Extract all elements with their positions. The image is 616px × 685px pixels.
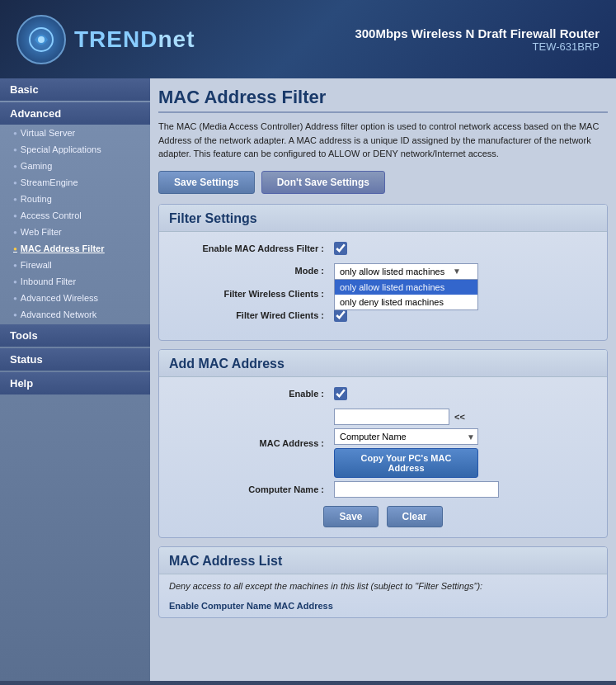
device-info: 300Mbps Wireless N Draft Firewall Router…	[355, 26, 600, 53]
mode-row: Mode : only allow listed machines ▼ only…	[169, 263, 597, 279]
mac-list-column-header: Enable Computer Name MAC Address	[159, 598, 607, 617]
filter-wireless-label: Filter Wireless Clients :	[169, 289, 334, 299]
sidebar: Basic Advanced ● Virtual Server ● Specia…	[0, 78, 150, 681]
enable-mac-filter-row: Enable MAC Address Filter :	[169, 242, 597, 255]
logo-icon	[16, 15, 66, 64]
footer: Copyright © 2006 TRENDnet. All Rights Re…	[0, 681, 616, 685]
brand-name: TRENDnet	[74, 26, 195, 53]
add-mac-enable-row: Enable :	[169, 387, 597, 400]
computer-name-select[interactable]: Computer Name	[334, 428, 478, 445]
page-description: The MAC (Media Access Controller) Addres…	[158, 120, 608, 161]
content-area: MAC Address Filter The MAC (Media Access…	[150, 78, 616, 681]
model-number: TEW-631BRP	[355, 40, 600, 53]
mac-arrow-label: <<	[454, 412, 465, 422]
mode-option-allow[interactable]: only allow listed machines	[335, 280, 477, 295]
add-mac-action-buttons: Save Clear	[169, 506, 597, 527]
top-button-row: Save Settings Don't Save Settings	[158, 171, 608, 194]
sidebar-item-routing[interactable]: ● Routing	[0, 191, 150, 207]
basic-header[interactable]: Basic	[0, 78, 150, 101]
filter-wired-row: Filter Wired Clients :	[169, 309, 597, 322]
filter-settings-title: Filter Settings	[159, 205, 607, 232]
filter-settings-panel: Filter Settings Enable MAC Address Filte…	[158, 204, 608, 341]
add-mac-enable-checkbox[interactable]	[334, 387, 347, 400]
mac-list-description: Deny access to all except the machines i…	[159, 574, 607, 598]
sidebar-item-advanced-wireless[interactable]: ● Advanced Wireless	[0, 290, 150, 306]
sidebar-item-virtual-server[interactable]: ● Virtual Server	[0, 125, 150, 141]
help-header[interactable]: Help	[0, 372, 150, 394]
filter-wired-checkbox[interactable]	[334, 309, 347, 322]
computer-name-row: Computer Name :	[169, 481, 597, 498]
add-mac-title: Add MAC Address	[159, 350, 607, 377]
computer-name-select-row: Computer Name ▼	[334, 428, 478, 445]
sidebar-item-gaming[interactable]: ● Gaming	[0, 158, 150, 174]
add-mac-clear-button[interactable]: Clear	[387, 506, 443, 527]
enable-mac-filter-checkbox[interactable]	[334, 242, 347, 255]
mac-list-panel: MAC Address List Deny access to all exce…	[158, 546, 608, 618]
mode-dropdown-list: only allow listed machines only deny lis…	[334, 279, 478, 310]
mac-address-input-row: MAC Address : << Computer Name ▼	[169, 409, 597, 478]
basic-section: Basic	[0, 78, 150, 101]
copy-mac-row: Copy Your PC's MAC Address	[334, 448, 478, 478]
mac-address-label: MAC Address :	[169, 438, 334, 448]
header: TRENDnet 300Mbps Wireless N Draft Firewa…	[0, 0, 616, 78]
sidebar-item-inbound-filter[interactable]: ● Inbound Filter	[0, 273, 150, 290]
status-section: Status	[0, 348, 150, 371]
page-title: MAC Address Filter	[158, 87, 608, 113]
mode-dropdown-selected[interactable]: only allow listed machines ▼	[334, 263, 478, 279]
save-settings-button[interactable]: Save Settings	[158, 171, 255, 194]
computer-name-select-wrapper: Computer Name ▼	[334, 428, 478, 445]
add-mac-body: Enable : MAC Address : << Compu	[159, 377, 607, 537]
status-header[interactable]: Status	[0, 348, 150, 371]
mac-address-controls: << Computer Name ▼ Copy Your PC's MA	[334, 409, 478, 478]
add-mac-panel: Add MAC Address Enable : MAC Address : <…	[158, 349, 608, 538]
mac-list-title: MAC Address List	[159, 547, 607, 574]
logo-area: TRENDnet	[16, 15, 195, 64]
svg-point-1	[38, 36, 45, 43]
filter-settings-body: Enable MAC Address Filter : Mode : only …	[159, 232, 607, 340]
copy-mac-button[interactable]: Copy Your PC's MAC Address	[334, 448, 478, 478]
sidebar-item-web-filter[interactable]: ● Web Filter	[0, 224, 150, 240]
advanced-header[interactable]: Advanced	[0, 102, 150, 125]
advanced-section: Advanced ● Virtual Server ● Special Appl…	[0, 102, 150, 323]
mode-dropdown[interactable]: only allow listed machines ▼ only allow …	[334, 263, 478, 279]
sidebar-item-streamengine[interactable]: ● StreamEngine	[0, 174, 150, 191]
add-mac-enable-label: Enable :	[169, 389, 334, 399]
add-mac-save-button[interactable]: Save	[323, 506, 378, 527]
mac-address-input[interactable]	[334, 409, 449, 425]
sidebar-item-mac-filter[interactable]: ● MAC Address Filter	[0, 240, 150, 257]
dont-save-button[interactable]: Don't Save Settings	[261, 171, 385, 194]
sidebar-item-access-control[interactable]: ● Access Control	[0, 207, 150, 224]
mode-label: Mode :	[169, 266, 334, 276]
tools-header[interactable]: Tools	[0, 324, 150, 347]
enable-mac-filter-label: Enable MAC Address Filter :	[169, 243, 334, 253]
mac-input-row: <<	[334, 409, 478, 425]
filter-wired-label: Filter Wired Clients :	[169, 310, 334, 320]
sidebar-item-special-apps[interactable]: ● Special Applications	[0, 141, 150, 158]
sidebar-item-advanced-network[interactable]: ● Advanced Network	[0, 306, 150, 323]
sidebar-item-firewall[interactable]: ● Firewall	[0, 257, 150, 273]
computer-name-label: Computer Name :	[169, 484, 334, 494]
computer-name-input[interactable]	[334, 481, 499, 498]
mode-option-deny[interactable]: only deny listed machines	[335, 295, 477, 309]
dropdown-arrow-icon: ▼	[453, 267, 461, 276]
device-name: 300Mbps Wireless N Draft Firewall Router	[355, 26, 600, 40]
main-layout: Basic Advanced ● Virtual Server ● Specia…	[0, 78, 616, 681]
help-section: Help	[0, 372, 150, 394]
tools-section: Tools	[0, 324, 150, 347]
